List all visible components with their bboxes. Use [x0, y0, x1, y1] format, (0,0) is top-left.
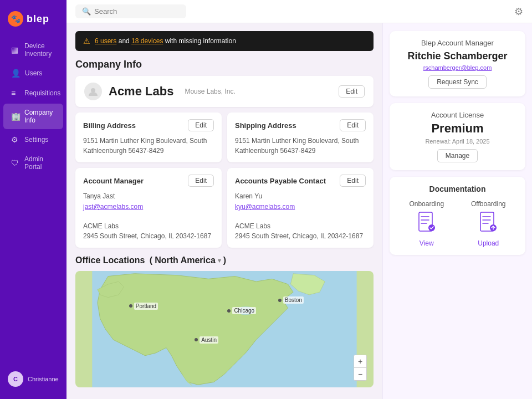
- account-manager-title: Account Manager: [83, 177, 144, 185]
- austin-dot: [195, 338, 198, 341]
- search-box[interactable]: 🔍: [75, 4, 186, 18]
- zoom-out-button[interactable]: −: [354, 368, 366, 380]
- user-name: Christianne: [28, 376, 59, 382]
- accounts-payable-title: Accounts Payable Contact: [235, 177, 326, 185]
- account-manager-edit-button[interactable]: Edit: [188, 175, 214, 187]
- sidebar-item-requisitions[interactable]: ≡ Requisitions: [3, 84, 63, 103]
- offboarding-icon[interactable]: [479, 211, 497, 236]
- main: 🔍 ⚙ ⚠ 6 users and 18 devices with missin…: [66, 0, 532, 399]
- billing-address: 9151 Martin Luther King Boulevard, South…: [83, 136, 214, 156]
- accounts-payable-address: 2945 South Street, Chicago, IL 20342-168…: [235, 231, 366, 241]
- account-manager-name: Tanya Jast: [83, 191, 214, 201]
- city-boston: Boston: [278, 296, 304, 304]
- sidebar: 🐾 blep ▦ Device Inventory 👤 Users ≡ Requ…: [0, 0, 66, 399]
- devices-link[interactable]: 18 devices: [131, 37, 163, 45]
- renewal-date: Renewal: April 18, 2025: [398, 138, 516, 145]
- sidebar-item-label: Device Inventory: [24, 42, 55, 58]
- accounts-payable-email[interactable]: kyu@acmelabs.com: [235, 203, 295, 211]
- account-manager-header: Account Manager Edit: [83, 175, 214, 187]
- blep-manager-email[interactable]: rschamberger@blep.com: [398, 64, 516, 71]
- topbar: 🔍 ⚙: [66, 0, 532, 23]
- info-grid: Billing Address Edit 9151 Martin Luther …: [75, 112, 374, 248]
- shipping-header: Shipping Address Edit: [235, 119, 366, 131]
- logo-icon: 🐾: [8, 11, 23, 27]
- shipping-address-card: Shipping Address Edit 9151 Martin Luther…: [227, 112, 374, 162]
- sidebar-nav: ▦ Device Inventory 👤 Users ≡ Requisition…: [0, 37, 66, 366]
- search-input[interactable]: [94, 7, 180, 16]
- onboarding-icon[interactable]: [418, 211, 436, 236]
- users-icon: 👤: [11, 69, 21, 78]
- license-value: Premium: [398, 121, 516, 136]
- company-sub: Mouse Labs, Inc.: [185, 88, 235, 95]
- sidebar-item-admin-portal[interactable]: 🛡 Admin Portal: [3, 150, 63, 176]
- alert-text: 6 users and 18 devices with missing info…: [95, 37, 236, 45]
- city-austin: Austin: [195, 336, 218, 344]
- billing-title: Billing Address: [83, 121, 136, 130]
- sidebar-item-label: Company Info: [24, 109, 55, 124]
- account-manager-address: 2945 South Street, Chicago, IL 20342-168…: [83, 231, 214, 241]
- sidebar-item-device-inventory[interactable]: ▦ Device Inventory: [3, 37, 63, 63]
- manage-license-button[interactable]: Manage: [437, 149, 478, 162]
- portland-label: Portland: [134, 303, 158, 310]
- billing-header: Billing Address Edit: [83, 119, 214, 131]
- license-title: Account License: [398, 111, 516, 119]
- sidebar-item-users[interactable]: 👤 Users: [3, 64, 63, 83]
- map-svg: [75, 271, 374, 387]
- page-title: Company Info: [75, 59, 374, 70]
- offboarding-upload-link[interactable]: Upload: [478, 239, 499, 247]
- accounts-payable-company: ACME Labs: [235, 221, 366, 231]
- device-inventory-icon: ▦: [11, 45, 20, 54]
- billing-edit-button[interactable]: Edit: [188, 119, 214, 131]
- alert-banner: ⚠ 6 users and 18 devices with missing in…: [75, 31, 374, 51]
- map-zoom-controls: + −: [354, 355, 367, 381]
- company-name-card: Acme Labs Mouse Labs, Inc. Edit: [75, 76, 374, 107]
- account-license-card: Account License Premium Renewal: April 1…: [390, 103, 525, 170]
- accounts-payable-edit-button[interactable]: Edit: [340, 175, 366, 187]
- account-manager-company: ACME Labs: [83, 221, 214, 231]
- accounts-payable-name: Karen Yu: [235, 191, 366, 201]
- doc-grid: Onboarding View Offboarding: [398, 200, 516, 247]
- sidebar-footer: C Christianne: [0, 366, 66, 392]
- sidebar-item-settings[interactable]: ⚙ Settings: [3, 130, 63, 149]
- chicago-label: Chicago: [232, 307, 256, 314]
- blep-manager-section-title: Blep Account Manager: [398, 39, 516, 47]
- search-icon: 🔍: [82, 7, 91, 16]
- offboarding-label: Offboarding: [471, 200, 506, 208]
- office-locations-title: Office Locations ( North America ▾ ): [75, 255, 374, 265]
- region-dropdown-arrow[interactable]: ▾: [218, 257, 221, 264]
- sidebar-item-label: Requisitions: [24, 89, 60, 97]
- sidebar-logo: 🐾 blep: [0, 7, 66, 37]
- city-portland: Portland: [129, 303, 158, 310]
- onboarding-view-link[interactable]: View: [420, 239, 434, 247]
- sidebar-item-label: Settings: [24, 136, 48, 144]
- onboarding-label: Onboarding: [409, 200, 444, 208]
- offboarding-doc: Offboarding Upload: [461, 200, 517, 247]
- austin-label: Austin: [200, 336, 218, 344]
- svg-point-0: [91, 88, 95, 93]
- request-sync-button[interactable]: Request Sync: [428, 75, 487, 89]
- shipping-title: Shipping Address: [235, 121, 296, 130]
- company-name: Acme Labs: [109, 84, 173, 99]
- boston-dot: [278, 299, 282, 302]
- company-logo: [84, 83, 102, 100]
- boston-label: Boston: [283, 296, 304, 304]
- users-link[interactable]: 6 users: [95, 37, 116, 45]
- logo-text: blep: [27, 13, 49, 25]
- documentation-card: Documentation Onboarding View: [390, 177, 525, 255]
- account-manager-email[interactable]: jast@acmelabs.com: [83, 203, 143, 211]
- sidebar-item-label: Users: [25, 69, 42, 77]
- sidebar-item-company-info[interactable]: 🏢 Company Info: [3, 104, 63, 129]
- account-manager-card: Account Manager Edit Tanya Jast jast@acm…: [75, 168, 222, 248]
- content-area: ⚠ 6 users and 18 devices with missing in…: [66, 23, 532, 399]
- accounts-payable-header: Accounts Payable Contact Edit: [235, 175, 366, 187]
- accounts-payable-card: Accounts Payable Contact Edit Karen Yu k…: [227, 168, 374, 248]
- shipping-address: 9151 Martin Luther King Boulevard, South…: [235, 136, 366, 156]
- company-edit-button[interactable]: Edit: [339, 85, 365, 98]
- blep-manager-name: Ritchie Schamberger: [398, 50, 516, 62]
- zoom-in-button[interactable]: +: [354, 355, 366, 367]
- gear-icon[interactable]: ⚙: [514, 6, 523, 18]
- map-container: Portland Chicago Boston Austin +: [75, 271, 374, 387]
- shipping-edit-button[interactable]: Edit: [340, 119, 366, 131]
- billing-address-card: Billing Address Edit 9151 Martin Luther …: [75, 112, 222, 162]
- admin-portal-icon: 🛡: [11, 158, 20, 167]
